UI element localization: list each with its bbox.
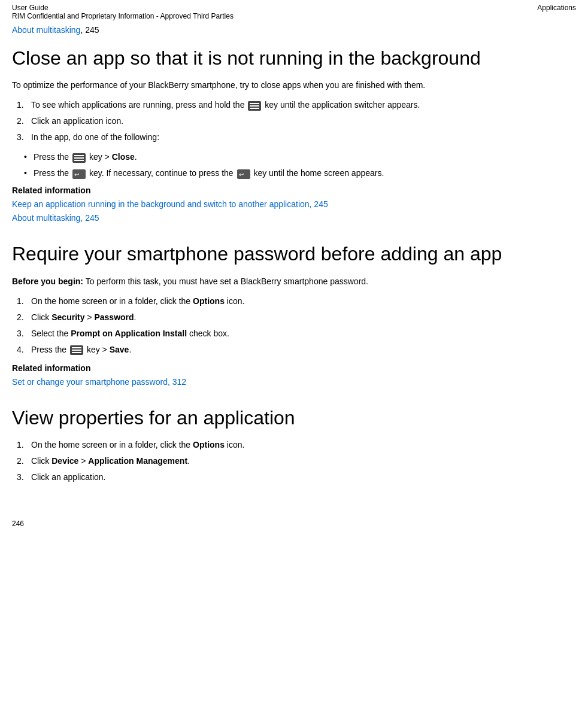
bullet-1: • Press the key > Close. (24, 151, 576, 163)
before-you-begin-text: To perform this task, you must have set … (86, 277, 368, 286)
back-icon (237, 169, 250, 179)
main-content: About multitasking, 245 Close an app so … (0, 23, 588, 514)
step-2-3: 3. Select the Prompt on Application Inst… (12, 327, 576, 340)
step-content: Press the key > Save. (31, 344, 576, 356)
options-bold: Options (193, 296, 225, 306)
step-content: Click an application icon. (31, 115, 576, 127)
related-link-2-page: , 245 (80, 213, 99, 223)
step-content: Select the Prompt on Application Install… (31, 327, 576, 340)
save-bold: Save (110, 345, 129, 354)
step-2-1: 1. On the home screen or in a folder, cl… (12, 295, 576, 308)
step-content: Click Device > Application Management. (31, 455, 576, 467)
step-content: In the app, do one of the following: (31, 131, 576, 144)
section2-title: Require your smartphone password before … (12, 242, 576, 265)
related-link-3[interactable]: Set or change your smartphone password, … (12, 375, 576, 388)
related-title: Related information (12, 363, 576, 373)
related-link-2[interactable]: About multitasking, 245 (12, 211, 576, 224)
related-link-1[interactable]: Keep an application running in the backg… (12, 198, 576, 211)
step-3-1: 1. On the home screen or in a folder, cl… (12, 439, 576, 451)
section3-title: View properties for an application (12, 406, 576, 429)
step-1-3: 3. In the app, do one of the following: (12, 131, 576, 144)
step-num: 1. (12, 295, 31, 308)
menu-icon (70, 345, 83, 355)
section1-intro: To optimize the performance of your Blac… (12, 79, 576, 92)
step-1-1: 1. To see which applications are running… (12, 99, 576, 111)
device-bold: Device (51, 456, 78, 466)
step-2-2: 2. Click Security > Password. (12, 311, 576, 324)
bold-close: Close (112, 152, 135, 162)
step-num: 1. (12, 99, 31, 111)
menu-icon (248, 101, 261, 111)
step-num: 3. (12, 131, 31, 144)
header-left: User Guide RIM Confidential and Propriet… (12, 4, 234, 20)
step-content: On the home screen or in a folder, click… (31, 295, 576, 308)
toc-line: About multitasking, 245 (12, 25, 576, 35)
back-icon (72, 169, 86, 179)
section1-steps: 1. To see which applications are running… (12, 99, 576, 144)
header-title: User Guide (12, 4, 234, 12)
section2-intro: Before you begin: To perform this task, … (12, 275, 576, 288)
section-view-properties: View properties for an application 1. On… (12, 406, 576, 484)
bullet-dot: • (24, 151, 34, 163)
step-1-2: 2. Click an application icon. (12, 115, 576, 127)
header-right: Applications (537, 4, 576, 12)
related-link-3-page: , 312 (168, 377, 186, 387)
section1-related: Related information Keep an application … (12, 186, 576, 224)
step-num: 2. (12, 311, 31, 324)
section3-steps: 1. On the home screen or in a folder, cl… (12, 439, 576, 484)
security-bold: Security (51, 312, 84, 322)
password-bold: Password (94, 312, 134, 322)
step-content: Click an application. (31, 471, 576, 484)
step-3-2: 2. Click Device > Application Management… (12, 455, 576, 467)
step-num: 2. (12, 115, 31, 127)
section2-related: Related information Set or change your s… (12, 363, 576, 388)
step-content: Click Security > Password. (31, 311, 576, 324)
step-2-4: 4. Press the key > Save. (12, 344, 576, 356)
section1-bullets: • Press the key > Close. • Press the key… (24, 151, 576, 180)
section-require-password: Require your smartphone password before … (12, 242, 576, 388)
before-you-begin-label: Before you begin: (12, 277, 83, 286)
related-title: Related information (12, 186, 576, 195)
toc-page: , 245 (80, 25, 99, 35)
options-bold-2: Options (193, 440, 225, 449)
page-number: 246 (0, 514, 588, 534)
step-num: 1. (12, 439, 31, 451)
step-num: 4. (12, 344, 31, 356)
section-close-app: Close an app so that it is not running i… (12, 47, 576, 224)
step-3-3: 3. Click an application. (12, 471, 576, 484)
step-content: To see which applications are running, p… (31, 99, 576, 111)
related-link-1-page: , 245 (310, 199, 328, 209)
page-header: User Guide RIM Confidential and Propriet… (0, 0, 588, 23)
about-multitasking-link[interactable]: About multitasking (12, 25, 80, 35)
step-num: 2. (12, 455, 31, 467)
step-num: 3. (12, 327, 31, 340)
bullet-dot: • (24, 167, 34, 180)
section2-steps: 1. On the home screen or in a folder, cl… (12, 295, 576, 356)
bullet-2: • Press the key. If necessary, continue … (24, 167, 576, 180)
header-subtitle: RIM Confidential and Proprietary Informa… (12, 12, 234, 20)
app-management-bold: Application Management (88, 456, 187, 466)
menu-icon (72, 153, 86, 163)
step-num: 3. (12, 471, 31, 484)
step-content: On the home screen or in a folder, click… (31, 439, 576, 451)
bullet-content: Press the key. If necessary, continue to… (34, 167, 576, 180)
bullet-content: Press the key > Close. (34, 151, 576, 163)
section1-title: Close an app so that it is not running i… (12, 47, 576, 69)
prompt-bold: Prompt on Application Install (71, 329, 187, 338)
